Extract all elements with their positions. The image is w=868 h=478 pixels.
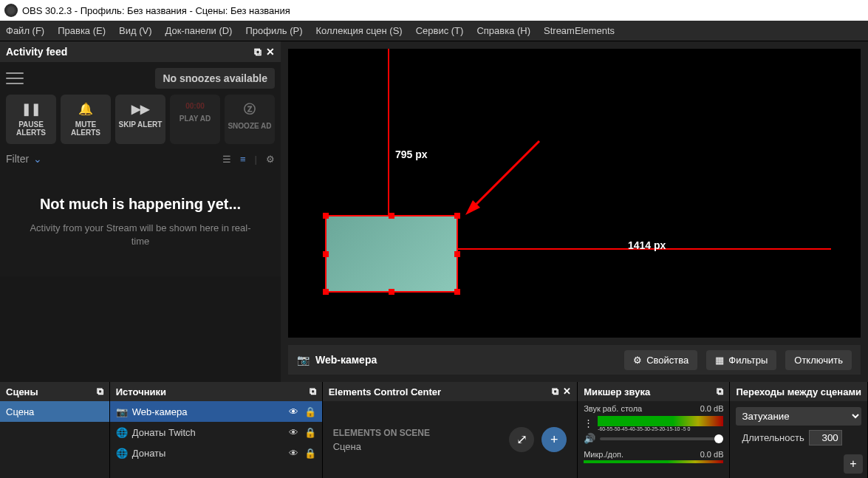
visibility-icon[interactable]: 👁 — [289, 427, 298, 438]
resize-handle[interactable] — [389, 213, 394, 219]
audio-meter — [584, 460, 723, 463]
popout-icon[interactable]: ⧉ — [717, 386, 723, 397]
skip-alert-button[interactable]: ▶▶ SKIP ALERT — [115, 95, 165, 144]
popout-icon[interactable]: ⧉ — [552, 386, 558, 397]
list-compact-icon[interactable]: ☰ — [222, 154, 231, 165]
mixer-header: Микшер звука — [584, 386, 650, 397]
play-ad-button[interactable]: 00:00 PLAY AD — [170, 95, 220, 144]
empty-title: Not much is happening yet... — [13, 196, 267, 213]
activity-feed-header: Activity feed ⧉ ✕ — [0, 41, 281, 62]
settings-gear-icon[interactable]: ⚙ — [266, 154, 275, 165]
ad-timer: 00:00 — [185, 102, 205, 110]
resize-handle[interactable] — [323, 251, 329, 257]
main-menubar: Файл (F) Правка (E) Вид (V) Док-панели (… — [0, 21, 868, 41]
filters-button[interactable]: ▦ Фильтры — [706, 350, 776, 370]
hamburger-icon[interactable] — [6, 71, 24, 86]
duration-label: Длительность — [742, 432, 804, 443]
pause-alerts-button[interactable]: ❚❚ PAUSE ALERTS — [6, 95, 56, 144]
arrow-annotation — [458, 134, 547, 222]
resize-handle[interactable] — [323, 289, 329, 295]
resize-handle[interactable] — [454, 251, 460, 257]
preview-canvas[interactable]: 795 px 1414 px — [288, 49, 861, 338]
transition-mode-select[interactable]: Затухание — [736, 407, 861, 426]
channel-menu-icon[interactable]: ⋮ — [584, 417, 593, 429]
window-title: OBS 30.2.3 - Профиль: Без названия - Сце… — [22, 5, 290, 16]
scenes-header: Сцены — [6, 386, 38, 397]
source-toolbar: 📷 Web-камера ⚙ Свойства ▦ Фильтры Отключ… — [288, 345, 861, 375]
duration-input[interactable] — [809, 430, 842, 445]
list-detailed-icon[interactable]: ≡ — [240, 154, 246, 165]
audio-meter — [598, 416, 723, 426]
skip-icon: ▶▶ — [131, 102, 149, 116]
mixer-channel-mic: Микр./доп. 0.0 dB — [578, 447, 729, 466]
expand-button[interactable]: ⤢ — [509, 427, 534, 452]
popout-icon[interactable]: ⧉ — [254, 46, 262, 58]
sources-header: Источники — [116, 386, 166, 397]
dimension-label-h: 1414 px — [628, 239, 666, 251]
resize-handle[interactable] — [389, 289, 394, 295]
menu-edit[interactable]: Правка (E) — [58, 25, 106, 36]
obs-logo-icon — [4, 4, 18, 17]
lock-icon[interactable]: 🔒 — [304, 448, 316, 459]
resize-handle[interactable] — [454, 213, 460, 219]
menu-help[interactable]: Справка (H) — [476, 25, 530, 36]
snooze-icon: ⓩ — [244, 102, 256, 117]
source-item-twitch[interactable]: 🌐 Донаты Twitch 👁 🔒 — [110, 422, 322, 443]
pause-icon: ❚❚ — [21, 102, 41, 116]
camera-icon: 📷 — [297, 354, 310, 366]
menu-docks[interactable]: Док-панели (D) — [165, 25, 233, 36]
camera-icon: 📷 — [116, 406, 128, 417]
dimension-label-v: 795 px — [395, 148, 428, 160]
speaker-icon[interactable]: 🔊 — [584, 433, 595, 444]
disable-button[interactable]: Отключить — [785, 350, 852, 370]
selected-source-name: Web-камера — [315, 354, 377, 366]
resize-handle[interactable] — [323, 213, 329, 219]
visibility-icon[interactable]: 👁 — [289, 448, 298, 459]
lock-icon[interactable]: 🔒 — [304, 406, 316, 417]
menu-scene-collection[interactable]: Коллекция сцен (S) — [316, 25, 403, 36]
activity-feed-title: Activity feed — [6, 46, 67, 58]
window-titlebar: OBS 30.2.3 - Профиль: Без названия - Сце… — [0, 0, 868, 21]
activity-empty-state: Not much is happening yet... Activity fr… — [6, 174, 275, 270]
source-item-donations[interactable]: 🌐 Донаты 👁 🔒 — [110, 443, 322, 463]
transitions-dock: Переходы между сценами Затухание Длитель… — [730, 382, 868, 478]
lock-icon[interactable]: 🔒 — [304, 427, 316, 438]
activity-feed-panel: Activity feed ⧉ ✕ No snoozes available ❚… — [0, 41, 281, 382]
svg-line-0 — [469, 141, 539, 211]
volume-slider[interactable] — [600, 437, 723, 440]
snooze-ad-button[interactable]: ⓩ SNOOZE AD — [225, 95, 275, 144]
webcam-source-box[interactable] — [325, 215, 458, 293]
close-icon[interactable]: ✕ — [563, 386, 571, 397]
gear-icon: ⚙ — [633, 355, 642, 366]
menu-tools[interactable]: Сервис (T) — [416, 25, 464, 36]
bell-icon: 🔔 — [78, 102, 93, 116]
add-transition-button[interactable]: + — [844, 454, 863, 474]
properties-button[interactable]: ⚙ Свойства — [624, 350, 697, 370]
menu-streamelements[interactable]: StreamElements — [544, 25, 615, 36]
popout-icon[interactable]: ⧉ — [310, 386, 316, 397]
scenes-dock: Сцены ⧉ Сцена — [0, 382, 110, 478]
audio-mixer-dock: Микшер звука ⧉ Звук раб. стола 0.0 dB ⋮ … — [578, 382, 730, 478]
mute-alerts-button[interactable]: 🔔 MUTE ALERTS — [61, 95, 111, 144]
elements-control-dock: Elements Control Center ⧉ ✕ ELEMENTS ON … — [323, 382, 578, 478]
transitions-header: Переходы между сценами — [736, 386, 861, 397]
elements-header: Elements Control Center — [329, 386, 441, 397]
menu-profile[interactable]: Профиль (P) — [245, 25, 302, 36]
add-element-button[interactable]: + — [541, 427, 567, 452]
menu-view[interactable]: Вид (V) — [119, 25, 151, 36]
snooze-status: No snoozes available — [155, 68, 275, 89]
resize-handle[interactable] — [454, 289, 460, 295]
elements-on-scene-label: ELEMENTS ON SCENE — [333, 428, 430, 438]
empty-subtitle: Activity from your Stream will be shown … — [13, 222, 267, 248]
chevron-down-icon: ⌄ — [33, 153, 42, 165]
scene-item[interactable]: Сцена — [0, 401, 109, 422]
preview-area: 795 px 1414 px 📷 Web-камера — [281, 41, 868, 382]
close-icon[interactable]: ✕ — [266, 46, 275, 58]
globe-icon: 🌐 — [116, 427, 128, 438]
sources-dock: Источники ⧉ 📷 Web-камера 👁 🔒 🌐 Донаты Tw… — [110, 382, 323, 478]
popout-icon[interactable]: ⧉ — [97, 386, 103, 397]
menu-file[interactable]: Файл (F) — [6, 25, 44, 36]
filter-dropdown[interactable]: Filter ⌄ — [6, 153, 42, 165]
visibility-icon[interactable]: 👁 — [289, 406, 298, 417]
source-item-webcam[interactable]: 📷 Web-камера 👁 🔒 — [110, 401, 322, 422]
